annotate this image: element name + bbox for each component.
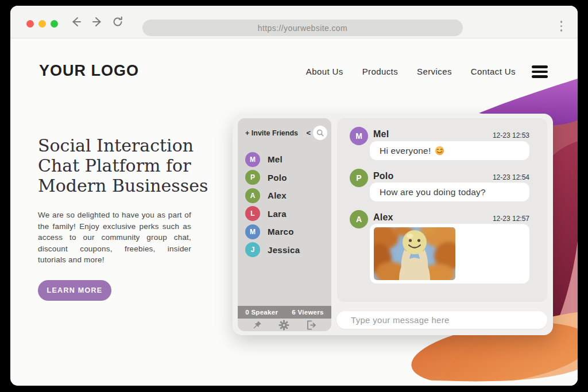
chat-sidebar: + Invite Friends < M Mel P Polo — [238, 118, 331, 331]
message-bubble: Hi everyone! — [370, 141, 529, 160]
forward-icon[interactable] — [91, 15, 103, 28]
browser-window: https://yourwebsite.com — [10, 6, 578, 386]
gear-icon[interactable] — [278, 320, 289, 331]
avatar: J — [245, 242, 260, 257]
sidebar-header: + Invite Friends < — [245, 126, 327, 140]
message-timestamp: 12-23 12:54 — [493, 173, 529, 181]
avatar: P — [245, 170, 260, 185]
hamburger-menu-icon[interactable] — [532, 65, 548, 80]
hero-description: We are so delighted to have you as part … — [38, 209, 191, 266]
nav-products[interactable]: Products — [362, 67, 398, 76]
speaker-count: 0 Speaker — [245, 309, 278, 316]
message-bubble: How are you doing today? — [370, 183, 529, 201]
viewer-count: 6 Viewers — [292, 309, 324, 316]
close-window-button[interactable] — [26, 20, 34, 28]
member-row-lara[interactable]: L Lara — [245, 205, 328, 223]
member-name: Polo — [268, 173, 287, 183]
message-input[interactable] — [336, 311, 547, 329]
message-author: Alex — [373, 212, 393, 223]
avatar: A — [350, 210, 368, 228]
avatar: P — [350, 169, 368, 187]
message-timestamp: 12-23 12:53 — [493, 131, 529, 139]
invite-friends-button[interactable]: + Invite Friends — [245, 129, 298, 137]
smiling-face-emoji-icon — [435, 146, 444, 156]
avatar: A — [245, 188, 260, 203]
avatar: M — [245, 224, 260, 239]
member-name: Jessica — [268, 245, 300, 255]
chat-widget: + Invite Friends < M Mel P Polo — [233, 114, 553, 335]
window-controls — [26, 20, 58, 28]
nav-contact-us[interactable]: Contact Us — [471, 67, 516, 76]
back-icon[interactable] — [70, 15, 83, 28]
exit-icon[interactable] — [306, 320, 317, 330]
reload-icon[interactable] — [111, 15, 124, 28]
nav-services[interactable]: Services — [417, 67, 452, 76]
sidebar-footer-icons — [243, 319, 326, 331]
nav-about-us[interactable]: About Us — [306, 67, 343, 76]
collapse-sidebar-icon[interactable]: < — [306, 129, 311, 137]
page-title: Social Interaction Chat Platform for Mod… — [38, 135, 210, 196]
maximize-window-button[interactable] — [51, 20, 58, 28]
attached-photo-smiley-balloon[interactable] — [374, 227, 455, 280]
address-bar[interactable]: https://yourwebsite.com — [142, 20, 463, 36]
message-text: Hi everyone! — [380, 146, 431, 156]
message-text: How are you doing today? — [380, 187, 486, 197]
avatar: L — [245, 206, 260, 221]
member-row-mel[interactable]: M Mel — [245, 150, 328, 169]
minimize-window-button[interactable] — [38, 20, 46, 28]
webpage: YOUR LOGO About Us Products Services Con… — [10, 39, 578, 386]
main-nav: About Us Products Services Contact Us — [306, 67, 516, 76]
message-bubble — [370, 224, 529, 284]
pin-icon[interactable] — [252, 320, 262, 330]
member-name: Lara — [268, 209, 287, 219]
site-logo: YOUR LOGO — [39, 62, 139, 80]
browser-toolbar: https://yourwebsite.com — [10, 6, 578, 38]
message-author: Polo — [373, 171, 393, 181]
member-list: M Mel P Polo A Alex L Lara — [245, 150, 328, 259]
search-button[interactable] — [313, 126, 327, 140]
member-row-polo[interactable]: P Polo — [245, 169, 328, 187]
message-author: Mel — [373, 129, 389, 139]
search-icon — [316, 129, 324, 137]
member-name: Marco — [268, 227, 294, 236]
member-row-marco[interactable]: M Marco — [245, 223, 328, 241]
member-name: Alex — [268, 191, 287, 200]
member-row-alex[interactable]: A Alex — [245, 187, 328, 205]
message-timestamp: 12-23 12:57 — [493, 215, 529, 223]
browser-menu-icon[interactable] — [560, 21, 563, 32]
room-stats-bar: 0 Speaker 6 Viewers — [238, 306, 331, 319]
learn-more-button[interactable]: LEARN MORE — [38, 280, 111, 301]
avatar: M — [245, 152, 260, 167]
member-name: Mel — [268, 154, 283, 164]
avatar: M — [350, 127, 368, 145]
browser-nav-buttons — [70, 15, 124, 28]
member-row-jessica[interactable]: J Jessica — [245, 241, 328, 259]
message-panel: M Mel 12-23 12:53 Hi everyone! — [337, 118, 547, 302]
url-text: https://yourwebsite.com — [258, 24, 347, 33]
